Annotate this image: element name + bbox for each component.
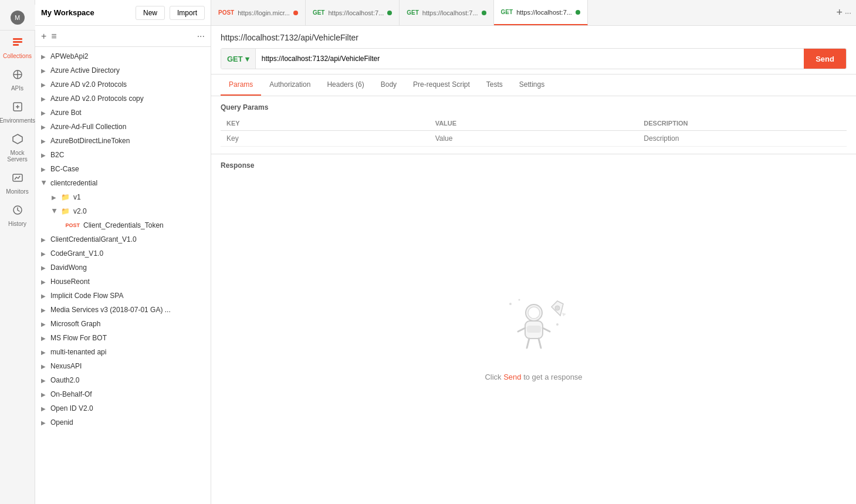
- response-title: Response: [221, 161, 254, 170]
- description-input[interactable]: [644, 134, 841, 143]
- tab-method-badge: GET: [501, 9, 513, 15]
- list-item[interactable]: ▶ Openid: [35, 415, 211, 429]
- tab-dirty-dot: [293, 11, 298, 15]
- tab-dirty-dot: [387, 11, 392, 15]
- svg-rect-11: [527, 326, 541, 333]
- chevron-icon: ▶: [41, 307, 47, 313]
- sidebar-item-monitors[interactable]: Monitors: [0, 166, 35, 198]
- list-item[interactable]: ▶ B2C: [35, 148, 211, 162]
- tab-get-3[interactable]: GET https://localhost:7...: [494, 0, 588, 25]
- list-item[interactable]: ▶ Oauth2.0: [35, 373, 211, 387]
- add-tab-button[interactable]: +: [836, 6, 843, 19]
- collection-name: On-Behalf-Of: [50, 390, 92, 398]
- svg-line-15: [539, 339, 541, 348]
- tab-post-login[interactable]: POST https://login.micr...: [211, 0, 306, 25]
- value-column-header: VALUE: [429, 116, 638, 131]
- list-item[interactable]: ▶ APWebApi2: [35, 49, 211, 63]
- import-button[interactable]: Import: [170, 6, 205, 20]
- workspace-avatar[interactable]: M: [11, 11, 25, 25]
- list-item[interactable]: ▶ Azure AD v2.0 Protocols: [35, 77, 211, 92]
- collection-name: Oauth2.0: [50, 376, 79, 384]
- tab-tests[interactable]: Tests: [478, 75, 511, 96]
- tab-more-button[interactable]: ···: [845, 8, 851, 17]
- list-item[interactable]: ▶ Media Services v3 (2018-07-01 GA) ...: [35, 303, 211, 317]
- sidebar-nav: M Collections APIs Environments Mock Ser…: [0, 0, 35, 504]
- tab-pre-request-script[interactable]: Pre-request Script: [405, 75, 478, 96]
- response-hint: Click Send to get a response: [485, 373, 582, 381]
- collection-name: APWebApi2: [50, 52, 88, 60]
- key-input[interactable]: [226, 134, 424, 143]
- history-label: History: [8, 221, 26, 227]
- chevron-icon: ▶: [41, 293, 47, 299]
- collections-label: Collections: [3, 53, 32, 59]
- list-item[interactable]: ▶ Open ID V2.0: [35, 401, 211, 415]
- method-select[interactable]: GET ▾: [221, 49, 256, 69]
- list-item[interactable]: ▶ Azure-Ad-Full Collection: [35, 120, 211, 134]
- sidebar-item-collections[interactable]: Collections: [0, 31, 35, 63]
- chevron-icon: ▶: [41, 251, 47, 257]
- tab-headers[interactable]: Headers (6): [319, 75, 372, 96]
- chevron-icon: ▶: [41, 236, 47, 243]
- url-input[interactable]: [256, 49, 804, 69]
- tab-authorization[interactable]: Authorization: [261, 75, 319, 96]
- list-item[interactable]: ▶ MS Flow For BOT: [35, 331, 211, 345]
- chevron-icon: ▶: [52, 194, 57, 201]
- params-area: Query Params KEY VALUE DESCRIPTION: [211, 96, 856, 154]
- svg-point-9: [528, 307, 540, 319]
- tab-settings[interactable]: Settings: [511, 75, 553, 96]
- collection-name: BC-Case: [50, 165, 79, 173]
- list-item[interactable]: ▶ On-Behalf-Of: [35, 387, 211, 401]
- list-item[interactable]: ▶ 📁 v2.0: [35, 204, 211, 218]
- chevron-icon: ▶: [41, 152, 47, 158]
- svg-line-13: [543, 328, 550, 332]
- list-item[interactable]: ▶ Azure Active Directory: [35, 63, 211, 77]
- list-item[interactable]: ▶ BC-Case: [35, 162, 211, 176]
- list-item[interactable]: ▶ NexusAPI: [35, 359, 211, 373]
- main-content: POST https://login.micr... GET https://l…: [211, 0, 856, 504]
- value-input[interactable]: [435, 134, 632, 143]
- sidebar-item-apis[interactable]: APIs: [0, 63, 35, 95]
- collections-list: ▶ APWebApi2 ▶ Azure Active Directory ▶ A…: [35, 47, 211, 504]
- collection-name: Azure Active Directory: [50, 66, 120, 75]
- list-item[interactable]: POST Client_Credentials_Token: [35, 218, 211, 232]
- sidebar-item-history[interactable]: History: [0, 198, 35, 231]
- mock-servers-icon: [12, 133, 23, 148]
- list-item[interactable]: ▶ clientcredential: [35, 176, 211, 190]
- list-item[interactable]: ▶ HouseReont: [35, 275, 211, 289]
- add-collection-button[interactable]: +: [41, 31, 46, 42]
- more-options-button[interactable]: ···: [197, 31, 205, 42]
- list-item[interactable]: ▶ Azure AD v2.0 Protocols copy: [35, 92, 211, 106]
- collection-name: NexusAPI: [50, 362, 82, 370]
- list-item[interactable]: ▶ CodeGrant_V1.0: [35, 246, 211, 261]
- list-item[interactable]: ▶ ClientCredentialGrant_V1.0: [35, 232, 211, 246]
- request-title: https://localhost:7132/api/VehicleFilter: [221, 33, 847, 42]
- environments-label: Environments: [0, 117, 35, 124]
- tab-method-badge: GET: [313, 9, 325, 16]
- new-button[interactable]: New: [136, 6, 165, 20]
- list-item[interactable]: ▶ Azure Bot: [35, 106, 211, 120]
- monitors-icon: [12, 172, 23, 187]
- svg-point-19: [556, 323, 559, 326]
- list-item[interactable]: ▶ 📁 v1: [35, 190, 211, 204]
- method-chevron-icon: ▾: [245, 55, 249, 63]
- collection-name: Openid: [50, 418, 73, 427]
- svg-line-12: [518, 328, 525, 332]
- list-item[interactable]: ▶ Implicit Code Flow SPA: [35, 289, 211, 303]
- list-item[interactable]: ▶ multi-tenanted api: [35, 345, 211, 359]
- tab-get-1[interactable]: GET https://localhost:7...: [306, 0, 400, 25]
- sidebar-item-environments[interactable]: Environments: [0, 95, 35, 127]
- description-column-header: DESCRIPTION: [638, 116, 847, 131]
- workspace-name: My Workspace: [41, 8, 131, 17]
- apis-label: APIs: [11, 85, 23, 92]
- send-button[interactable]: Send: [804, 49, 846, 69]
- tab-body[interactable]: Body: [373, 75, 405, 96]
- chevron-icon: ▶: [41, 265, 47, 271]
- list-item[interactable]: ▶ Microsoft Graph: [35, 317, 211, 331]
- list-item[interactable]: ▶ AzureBotDirectLineToken: [35, 134, 211, 148]
- tab-get-2[interactable]: GET https://localhost:7...: [400, 0, 493, 25]
- filter-button[interactable]: ≡: [51, 31, 56, 42]
- sidebar-item-mock-servers[interactable]: Mock Servers: [0, 127, 35, 166]
- chevron-icon: ▶: [41, 110, 47, 116]
- tab-params[interactable]: Params: [221, 75, 261, 96]
- list-item[interactable]: ▶ DavidWong: [35, 261, 211, 275]
